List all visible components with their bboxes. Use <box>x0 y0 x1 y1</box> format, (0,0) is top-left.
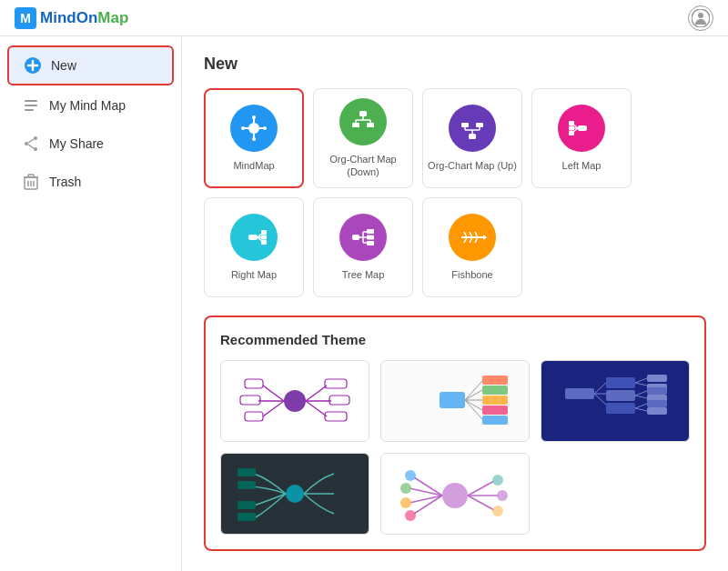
my-share-icon <box>22 135 40 153</box>
svg-rect-114 <box>647 387 667 395</box>
theme-card-1[interactable] <box>220 360 369 442</box>
right-map-icon-circle <box>230 214 278 261</box>
svg-rect-104 <box>606 390 635 401</box>
sidebar-my-mind-map-label: My Mind Map <box>49 98 126 113</box>
mindmap-label: MindMap <box>233 159 274 172</box>
svg-line-90 <box>465 390 482 400</box>
svg-line-107 <box>635 383 647 386</box>
svg-point-27 <box>252 137 256 141</box>
svg-rect-105 <box>606 403 635 414</box>
svg-rect-50 <box>569 131 574 135</box>
trash-icon <box>22 173 40 191</box>
theme-card-4[interactable] <box>220 453 369 535</box>
logo-text: MindOnMap <box>40 9 128 27</box>
svg-point-21 <box>248 123 259 134</box>
svg-point-135 <box>492 475 503 486</box>
map-card-mindmap[interactable]: MindMap <box>204 88 304 188</box>
logo-mind: Mind <box>40 9 76 26</box>
svg-rect-99 <box>565 388 594 399</box>
org-up-icon-circle <box>449 105 496 152</box>
svg-point-130 <box>400 497 411 508</box>
svg-point-128 <box>405 470 416 481</box>
svg-rect-56 <box>261 235 267 239</box>
svg-line-82 <box>306 386 327 401</box>
left-map-label: Left Map <box>562 159 602 172</box>
logo: M MindOnMap <box>15 7 128 29</box>
sidebar-item-my-mind-map[interactable]: My Mind Map <box>7 87 174 124</box>
tree-map-icon-circle <box>339 214 387 261</box>
svg-point-8 <box>34 136 37 140</box>
svg-marker-74 <box>483 235 487 240</box>
svg-point-137 <box>492 506 503 516</box>
svg-point-131 <box>405 510 416 521</box>
map-card-org-down[interactable]: Org-Chart Map(Down) <box>313 88 413 188</box>
svg-line-12 <box>28 145 34 148</box>
fishbone-icon-circle <box>449 214 496 261</box>
svg-rect-36 <box>367 123 374 127</box>
svg-rect-88 <box>440 392 465 408</box>
map-card-tree-map[interactable]: Tree Map <box>313 197 413 297</box>
svg-line-111 <box>635 408 647 411</box>
svg-line-78 <box>263 401 284 416</box>
svg-rect-49 <box>569 125 574 130</box>
svg-line-102 <box>594 394 606 405</box>
svg-rect-87 <box>325 412 347 421</box>
svg-rect-79 <box>245 379 263 388</box>
svg-rect-119 <box>238 468 256 476</box>
section-title: New <box>204 55 706 74</box>
my-mind-map-icon <box>22 96 40 115</box>
svg-rect-85 <box>325 379 347 388</box>
svg-rect-81 <box>245 412 263 421</box>
org-down-icon-circle <box>339 98 387 145</box>
svg-line-109 <box>635 396 647 398</box>
svg-rect-42 <box>461 123 469 127</box>
sidebar-item-new[interactable]: New <box>7 45 174 85</box>
org-up-label: Org-Chart Map (Up) <box>428 159 517 172</box>
svg-line-106 <box>635 378 647 383</box>
svg-point-136 <box>497 490 508 501</box>
svg-rect-96 <box>482 396 508 405</box>
svg-point-75 <box>284 390 306 412</box>
new-icon <box>24 56 42 75</box>
svg-rect-120 <box>238 481 256 489</box>
svg-line-11 <box>28 139 34 143</box>
svg-rect-43 <box>476 123 483 127</box>
svg-point-129 <box>400 483 411 494</box>
map-card-left-map[interactable]: Left Map <box>531 88 632 188</box>
map-card-right-map[interactable]: Right Map <box>204 197 304 297</box>
svg-line-108 <box>635 391 647 396</box>
svg-point-26 <box>252 115 256 119</box>
sidebar-item-my-share[interactable]: My Share <box>7 125 174 162</box>
map-card-fishbone[interactable]: Fishbone <box>422 197 522 297</box>
org-down-label: Org-Chart Map(Down) <box>329 153 396 179</box>
sidebar-item-trash[interactable]: Trash <box>7 164 174 200</box>
user-avatar[interactable] <box>688 5 713 31</box>
mindmap-icon-circle <box>230 105 278 152</box>
svg-rect-95 <box>482 386 508 395</box>
svg-rect-35 <box>352 123 359 127</box>
svg-line-132 <box>468 481 494 496</box>
svg-rect-64 <box>367 229 374 234</box>
svg-rect-117 <box>647 407 667 415</box>
svg-line-110 <box>635 404 647 408</box>
logo-on: On <box>76 9 98 26</box>
recommended-section: Recommended Theme <box>204 316 706 551</box>
theme-card-5[interactable] <box>380 453 530 535</box>
content-area: New MindM <box>182 36 728 571</box>
svg-point-123 <box>442 483 468 508</box>
svg-rect-51 <box>248 235 258 240</box>
svg-rect-80 <box>240 396 260 405</box>
svg-line-92 <box>465 400 482 410</box>
theme-card-3[interactable] <box>541 360 690 442</box>
theme-card-2[interactable] <box>380 360 530 442</box>
sidebar-my-share-label: My Share <box>49 136 104 151</box>
header: M MindOnMap <box>0 0 728 36</box>
svg-rect-122 <box>238 513 256 521</box>
svg-point-9 <box>34 147 37 151</box>
left-map-icon-circle <box>558 105 605 152</box>
map-card-org-up[interactable]: Org-Chart Map (Up) <box>422 88 522 188</box>
svg-rect-30 <box>359 111 367 116</box>
sidebar-new-label: New <box>51 58 76 73</box>
svg-point-10 <box>25 142 28 145</box>
svg-rect-121 <box>238 501 256 509</box>
